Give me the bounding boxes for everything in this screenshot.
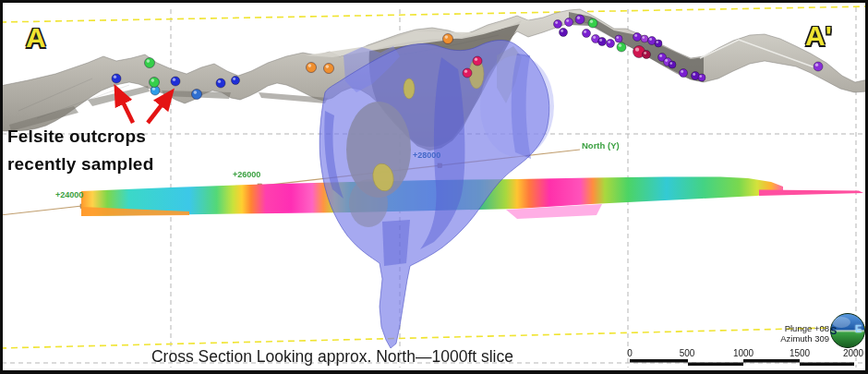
sample-point-highlight [152,88,155,90]
scale-tick-0: 0 [627,348,633,358]
sample-point [565,18,573,27]
section-trace-top [0,6,868,22]
sample-point-highlight [616,36,619,39]
sample-point [443,34,453,44]
sample-point [669,61,676,68]
sample-point-highlight [634,34,637,37]
sample-point [607,40,615,48]
sample-point-highlight [693,73,695,76]
sample-point-highlight [669,62,672,65]
sample-point [633,33,642,42]
sample-point [814,62,823,71]
sample-point [324,64,334,74]
scale-bar [630,359,854,366]
heatmap-magenta-tail [759,190,863,197]
sample-point [145,58,155,68]
sample-point-highlight [218,80,221,83]
sample-point-highlight [445,35,449,39]
sample-point [598,38,607,46]
sample-point-highlight [173,78,175,81]
sample-point-highlight [644,52,646,54]
plunge-value: Plunge +08 [780,324,829,334]
sample-point-highlight [681,70,683,73]
sample-point [680,69,688,78]
sample-point [232,77,240,85]
sample-point [192,90,202,100]
sample-point-highlight [555,21,558,24]
sample-point [171,77,180,86]
grid-label: +28000 [413,151,440,160]
figure-caption: Cross Section Looking approx. North—1000… [139,347,526,367]
sample-point-highlight [194,90,198,94]
grid-label: +26000 [233,170,260,179]
sample-point [473,56,482,66]
sample-point-highlight [642,36,645,39]
sample-point-highlight [699,75,702,78]
north-axis-label: North (Y) [582,140,620,151]
sample-point-highlight [659,54,662,57]
sample-point-highlight [665,59,668,62]
sample-point [307,63,317,73]
sample-point-highlight [147,59,151,63]
grid-label: +24000 [55,190,83,199]
globe-east-letter: E [855,323,862,334]
sample-point [554,20,562,29]
sample-point-highlight [815,64,818,66]
azimuth-value: Azimuth 309 [780,334,829,344]
section-trace-bottom [0,327,868,348]
scale-tick-2000: 2000 [843,348,863,358]
sample-point-highlight [114,76,116,78]
sample-point-highlight [619,44,621,47]
sample-point [655,40,662,47]
cross-section-figure: A A' Felsite outcrops recently sampled +… [0,0,868,374]
sample-point-highlight [233,78,235,80]
sample-point [698,74,705,81]
sample-point-highlight [599,39,602,42]
sample-point-highlight [635,48,639,52]
sample-point-highlight [308,64,312,67]
felsite-annotation-line1: Felsite outcrops [7,127,146,147]
scale-tick-1500: 1500 [790,348,810,358]
sample-point-highlight [151,78,155,82]
sample-point [216,78,225,88]
sample-point [575,15,585,24]
felsite-annotation-line2: recently sampled [7,154,153,175]
sample-point-highlight [656,41,658,43]
globe-south-letter: S [830,325,837,336]
sample-point [641,35,648,42]
view-orientation-info: Plunge +08 Azimuth 309 [780,324,829,344]
sample-point-highlight [561,30,563,32]
sample-point-highlight [326,65,330,68]
sample-point-highlight [475,58,477,61]
section-label-a-prime: A' [805,20,832,52]
felsite-arrow-right [148,94,170,123]
scale-tick-1000: 1000 [733,348,753,358]
sample-point [643,51,651,59]
sample-point-highlight [649,38,652,41]
sample-point-highlight [593,36,596,39]
scene-svg [0,0,868,374]
sample-point [617,42,626,52]
sample-point [583,30,591,38]
sample-point [560,29,568,37]
sample-point [615,35,622,42]
sample-point [588,18,597,28]
sample-point [150,78,160,88]
sample-point-highlight [464,70,467,73]
sample-point-highlight [584,30,586,33]
sample-point-highlight [590,20,593,23]
sample-point-highlight [577,17,580,19]
sample-point-highlight [566,19,569,22]
sample-point [463,68,472,78]
scale-tick-500: 500 [680,348,695,358]
section-label-a: A [26,22,46,54]
sample-point [112,74,121,83]
sample-point-highlight [608,41,610,43]
